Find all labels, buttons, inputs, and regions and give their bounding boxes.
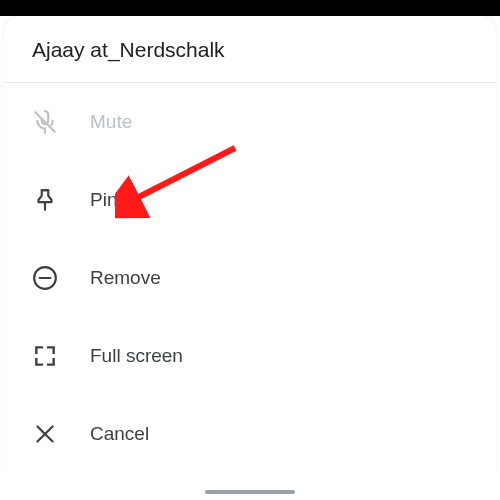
menu-item-remove[interactable]: Remove	[4, 239, 496, 317]
action-sheet: Ajaay at_Nerdschalk Mute Pin	[4, 16, 496, 473]
gesture-bar	[0, 488, 500, 500]
mute-icon	[32, 109, 58, 135]
menu-item-label: Cancel	[90, 423, 149, 445]
menu-item-cancel[interactable]: Cancel	[4, 395, 496, 473]
sheet-title: Ajaay at_Nerdschalk	[4, 16, 496, 82]
status-bar	[0, 0, 500, 16]
home-indicator	[205, 490, 295, 494]
menu-item-label: Pin	[90, 189, 117, 211]
close-icon	[32, 421, 58, 447]
menu-item-label: Full screen	[90, 345, 183, 367]
menu-item-fullscreen[interactable]: Full screen	[4, 317, 496, 395]
fullscreen-icon	[32, 343, 58, 369]
menu-item-mute: Mute	[4, 83, 496, 161]
menu-item-label: Remove	[90, 267, 161, 289]
menu-item-label: Mute	[90, 111, 132, 133]
pin-icon	[32, 187, 58, 213]
menu-item-pin[interactable]: Pin	[4, 161, 496, 239]
remove-icon	[32, 265, 58, 291]
